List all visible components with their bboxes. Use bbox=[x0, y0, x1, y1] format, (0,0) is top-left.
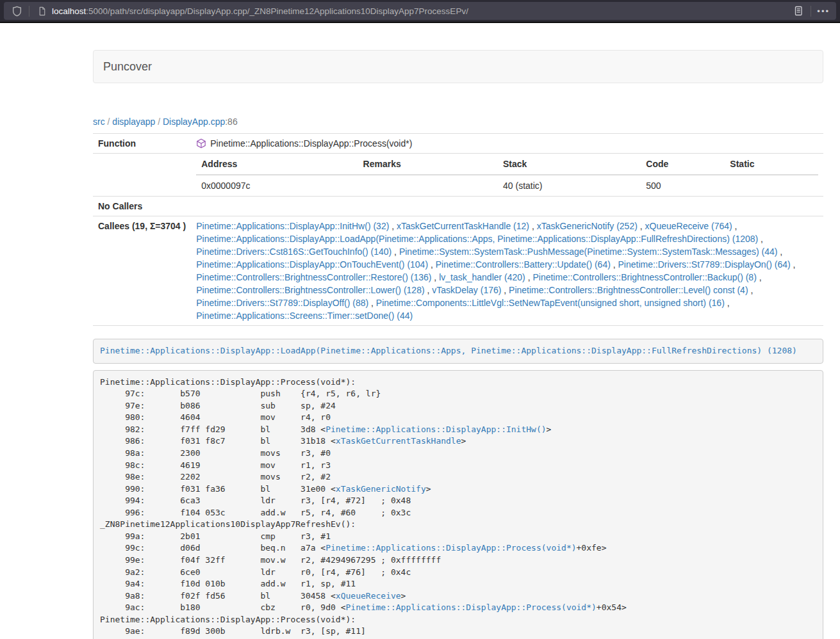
remarks-value bbox=[358, 175, 498, 196]
shield-icon[interactable] bbox=[10, 4, 23, 17]
app-title[interactable]: Puncover bbox=[103, 60, 152, 74]
disassembly-code: Pinetime::Applications::DisplayApp::Proc… bbox=[93, 370, 823, 639]
no-callers-label: No Callers bbox=[93, 197, 191, 216]
browser-toolbar: localhost:5000/path/src/displayapp/Displ… bbox=[0, 0, 840, 23]
callee-link[interactable]: Pinetime::Controllers::BrightnessControl… bbox=[196, 272, 431, 282]
url-text: localhost:5000/path/src/displayapp/Displ… bbox=[52, 6, 792, 16]
url-bar[interactable]: localhost:5000/path/src/displayapp/Displ… bbox=[4, 2, 836, 20]
urlbar-divider bbox=[811, 6, 811, 17]
callee-link[interactable]: Pinetime::Applications::Screens::Timer::… bbox=[196, 311, 413, 321]
page-content: Puncover src / displayapp / DisplayApp.c… bbox=[93, 23, 823, 639]
table-row: 0x0000097c 40 (static) 500 bbox=[196, 175, 818, 196]
callee-link[interactable]: Pinetime::Controllers::Battery::Update()… bbox=[436, 259, 611, 270]
callee-link[interactable]: Pinetime::Controllers::BrightnessControl… bbox=[196, 285, 424, 295]
function-label: Function bbox=[93, 134, 191, 154]
callees-row: Callees (19, Σ=3704 ) Pinetime::Applicat… bbox=[93, 216, 823, 326]
breadcrumb-line-number: :86 bbox=[225, 117, 237, 127]
page-info-icon[interactable] bbox=[35, 4, 48, 17]
callee-link[interactable]: Pinetime::Drivers::St7789::DisplayOn() (… bbox=[618, 259, 791, 270]
address-value: 0x0000097c bbox=[196, 175, 358, 196]
urlbar-divider bbox=[29, 6, 29, 17]
function-name: Pinetime::Applications::DisplayApp::Proc… bbox=[210, 138, 412, 149]
callee-link[interactable]: Pinetime::Applications::DisplayApp::OnTo… bbox=[196, 259, 428, 270]
url-host: localhost bbox=[52, 6, 86, 16]
app-header: Puncover bbox=[93, 50, 823, 83]
callees-cell: Pinetime::Applications::DisplayApp::Init… bbox=[191, 216, 823, 326]
col-stack: Stack bbox=[498, 154, 641, 175]
callees-label: Callees (19, Σ=3704 ) bbox=[93, 216, 191, 326]
callee-link[interactable]: vTaskDelay (176) bbox=[432, 285, 501, 295]
breadcrumb-src[interactable]: src bbox=[93, 117, 105, 127]
code-value: 500 bbox=[641, 175, 725, 196]
asm-symbol-link[interactable]: Pinetime::Applications::DisplayApp::Proc… bbox=[346, 603, 597, 612]
reader-mode-icon[interactable] bbox=[792, 4, 805, 17]
callee-link[interactable]: Pinetime::System::SystemTask::PushMessag… bbox=[399, 247, 778, 257]
callee-link[interactable]: xTaskGenericNotify (252) bbox=[537, 221, 638, 231]
col-static: Static bbox=[725, 154, 818, 175]
col-code: Code bbox=[641, 154, 725, 175]
callee-link[interactable]: Pinetime::Controllers::BrightnessControl… bbox=[532, 272, 756, 282]
loadapp-signature-block: Pinetime::Applications::DisplayApp::Load… bbox=[93, 339, 823, 364]
asm-symbol-link[interactable]: xQueueReceive bbox=[336, 591, 401, 601]
breadcrumb-separator: / bbox=[155, 117, 163, 127]
callee-link[interactable]: xTaskGetCurrentTaskHandle (12) bbox=[397, 221, 529, 231]
no-callers-row: No Callers bbox=[93, 197, 823, 216]
empty-label-cell bbox=[93, 154, 191, 197]
callee-link[interactable]: Pinetime::Controllers::BrightnessControl… bbox=[509, 285, 748, 295]
col-address: Address bbox=[196, 154, 358, 175]
asm-symbol-link[interactable]: Pinetime::Applications::DisplayApp::Init… bbox=[325, 425, 546, 434]
callee-link[interactable]: Pinetime::Applications::DisplayApp::Load… bbox=[196, 234, 758, 244]
more-actions-icon[interactable]: ••• bbox=[817, 6, 830, 16]
callee-link[interactable]: Pinetime::Drivers::St7789::DisplayOff() … bbox=[196, 298, 368, 308]
breadcrumb-displayapp[interactable]: displayapp bbox=[112, 117, 155, 127]
loadapp-link[interactable]: Pinetime::Applications::DisplayApp::Load… bbox=[100, 346, 797, 355]
function-stats-table: Address Remarks Stack Code Static 0x0000… bbox=[196, 154, 818, 196]
col-remarks: Remarks bbox=[358, 154, 498, 175]
breadcrumb: src / displayapp / DisplayApp.cpp:86 bbox=[93, 117, 823, 127]
callee-link[interactable]: Pinetime::Components::LittleVgl::SetNewT… bbox=[376, 298, 725, 308]
url-path: :5000/path/src/displayapp/DisplayApp.cpp… bbox=[86, 6, 468, 16]
callee-link[interactable]: Pinetime::Applications::DisplayApp::Init… bbox=[196, 221, 389, 231]
breadcrumb-file[interactable]: DisplayApp.cpp bbox=[163, 117, 225, 127]
function-detail-table: Function Pinetime::Applications::Display… bbox=[93, 133, 823, 326]
callee-link[interactable]: Pinetime::Drivers::Cst816S::GetTouchInfo… bbox=[196, 247, 391, 257]
static-value bbox=[725, 175, 818, 196]
stack-value: 40 (static) bbox=[498, 175, 641, 196]
asm-symbol-link[interactable]: xTaskGenericNotify bbox=[336, 484, 426, 494]
asm-symbol-link[interactable]: xTaskGetCurrentTaskHandle bbox=[336, 436, 461, 446]
function-row: Function Pinetime::Applications::Display… bbox=[93, 134, 823, 154]
breadcrumb-separator: / bbox=[105, 117, 113, 127]
cube-symbol-icon bbox=[196, 138, 206, 149]
function-stats-row: Address Remarks Stack Code Static 0x0000… bbox=[93, 154, 823, 197]
callee-link[interactable]: xQueueReceive (764) bbox=[645, 221, 732, 231]
callee-link[interactable]: lv_task_handler (420) bbox=[439, 272, 525, 282]
asm-symbol-link[interactable]: Pinetime::Applications::DisplayApp::Proc… bbox=[325, 543, 576, 553]
